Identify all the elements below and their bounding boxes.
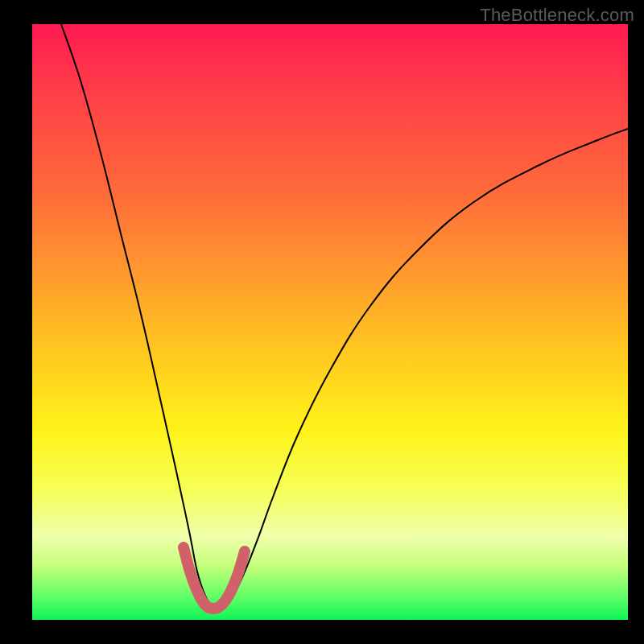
chart-frame: TheBottleneck.com xyxy=(0,0,644,644)
bottleneck-curve-path xyxy=(61,24,628,609)
highlight-segment-path xyxy=(184,547,245,609)
watermark-text: TheBottleneck.com xyxy=(480,5,634,26)
curve-layer xyxy=(32,24,628,620)
plot-area xyxy=(32,24,628,620)
